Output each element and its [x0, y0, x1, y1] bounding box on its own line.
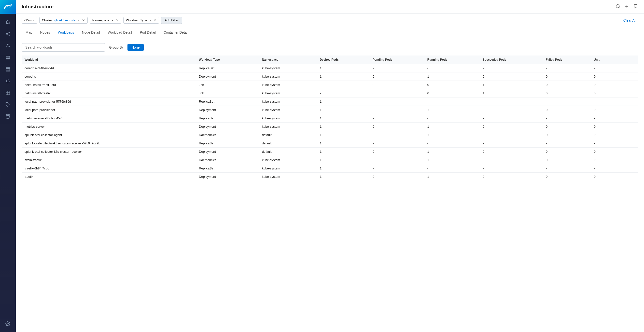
- col-header-namespace: Namespace: [259, 56, 317, 64]
- sidebar-item-alerts[interactable]: [2, 76, 13, 86]
- tab-map[interactable]: Map: [22, 27, 36, 38]
- cell-row2-col7: 0: [543, 81, 591, 89]
- cell-row4-col5: -: [424, 98, 480, 106]
- cell-row0-col8: -: [591, 64, 638, 72]
- table-row[interactable]: coredns-7448499f4dReplicaSetkube-system1…: [22, 64, 638, 72]
- workloads-table: Workload Workload Type Namespace Desired…: [22, 56, 638, 181]
- cell-row12-col6: -: [480, 164, 543, 173]
- search-icon[interactable]: [616, 4, 620, 10]
- cell-row4-col4: -: [370, 98, 424, 106]
- cell-row2-col8: 0: [591, 81, 638, 89]
- cell-row10-col3: 1: [317, 148, 370, 156]
- clear-all-button[interactable]: Clear All: [622, 18, 638, 23]
- table-row[interactable]: metrics-serverDeploymentkube-system10100…: [22, 122, 638, 131]
- cell-row11-col5: 1: [424, 156, 480, 164]
- cell-row6-col1: ReplicaSet: [196, 114, 259, 122]
- cell-row2-col0: helm-install-traefik-crd: [22, 81, 196, 89]
- tab-workloads[interactable]: Workloads: [54, 27, 78, 38]
- cell-row9-col2: default: [259, 139, 317, 148]
- table-row[interactable]: svclb-traefikDaemonSetkube-system101000: [22, 156, 638, 164]
- table-row[interactable]: local-path-provisionerDeploymentkube-sys…: [22, 106, 638, 114]
- cell-row10-col2: default: [259, 148, 317, 156]
- cell-row8-col6: 0: [480, 131, 543, 139]
- cell-row12-col7: -: [543, 164, 591, 173]
- time-filter[interactable]: -15m ▾: [22, 17, 37, 24]
- svg-point-25: [6, 114, 10, 116]
- table-row[interactable]: splunk-otel-collector-agentDaemonSetdefa…: [22, 131, 638, 139]
- cell-row3-col8: 0: [591, 89, 638, 98]
- sidebar-item-list[interactable]: [2, 52, 13, 63]
- cell-row0-col0: coredns-7448499f4d: [22, 64, 196, 72]
- bookmark-icon[interactable]: [633, 4, 638, 10]
- cell-row1-col7: 0: [543, 72, 591, 81]
- sidebar-item-storage[interactable]: [2, 111, 13, 122]
- table-row[interactable]: local-path-provisioner-5ff76fc89dReplica…: [22, 98, 638, 106]
- tab-workload-detail[interactable]: Workload Detail: [104, 27, 136, 38]
- cell-row2-col4: 0: [370, 81, 424, 89]
- table-row[interactable]: corednsDeploymentkube-system101000: [22, 72, 638, 81]
- cell-row1-col2: kube-system: [259, 72, 317, 81]
- cell-row6-col4: -: [370, 114, 424, 122]
- svg-point-7: [8, 46, 9, 47]
- cell-row9-col7: -: [543, 139, 591, 148]
- group-by-label: Group By: [109, 46, 124, 49]
- table-row[interactable]: helm-install-traefik-crdJobkube-system-0…: [22, 81, 638, 89]
- cluster-filter-close[interactable]: ✕: [82, 19, 85, 22]
- svg-rect-11: [6, 56, 10, 57]
- app-logo[interactable]: [0, 0, 16, 14]
- cell-row2-col5: 0: [424, 81, 480, 89]
- tab-nodes[interactable]: Nodes: [36, 27, 54, 38]
- table-row[interactable]: splunk-otel-collector-k8s-cluster-receiv…: [22, 148, 638, 156]
- sidebar-item-graph[interactable]: [2, 28, 13, 39]
- svg-point-2: [8, 34, 9, 35]
- cell-row13-col8: 0: [591, 173, 638, 181]
- cell-row6-col2: kube-system: [259, 114, 317, 122]
- group-by-button[interactable]: None: [128, 44, 144, 51]
- workload-type-filter-close[interactable]: ✕: [154, 19, 156, 22]
- cluster-filter[interactable]: Cluster: qlvv-k3s-cluster ▾ ✕: [39, 17, 88, 24]
- workload-type-filter[interactable]: Workload Type: ▾ ✕: [123, 17, 159, 24]
- tab-pod-detail[interactable]: Pod Detail: [136, 27, 160, 38]
- cell-row2-col3: -: [317, 81, 370, 89]
- search-input[interactable]: [22, 43, 105, 52]
- tab-node-detail[interactable]: Node Detail: [78, 27, 104, 38]
- time-chevron-icon: ▾: [33, 19, 35, 22]
- table-row[interactable]: traefikDeploymentkube-system101000: [22, 173, 638, 181]
- cell-row11-col3: 1: [317, 156, 370, 164]
- add-filter-button[interactable]: Add Filter: [161, 17, 182, 24]
- cell-row8-col5: 1: [424, 131, 480, 139]
- table-row[interactable]: traefik-6b84f7cbcReplicaSetkube-system1-…: [22, 164, 638, 173]
- sidebar-item-hierarchy[interactable]: [2, 40, 13, 51]
- cell-row11-col8: 0: [591, 156, 638, 164]
- sidebar-nav: [2, 14, 13, 315]
- col-header-type: Workload Type: [196, 56, 259, 64]
- cell-row5-col0: local-path-provisioner: [22, 106, 196, 114]
- sidebar-item-dashboard[interactable]: [2, 88, 13, 98]
- sidebar: [0, 0, 16, 332]
- cell-row4-col3: 1: [317, 98, 370, 106]
- cell-row11-col4: 0: [370, 156, 424, 164]
- cell-row8-col2: default: [259, 131, 317, 139]
- namespace-filter-close[interactable]: ✕: [116, 19, 119, 22]
- sidebar-item-tags[interactable]: [2, 99, 13, 110]
- svg-point-17: [9, 68, 9, 68]
- cell-row9-col4: -: [370, 139, 424, 148]
- svg-line-4: [7, 34, 9, 35]
- sidebar-item-servers[interactable]: [2, 64, 13, 75]
- svg-point-18: [9, 69, 9, 70]
- table-row[interactable]: splunk-otel-collector-k8s-cluster-receiv…: [22, 139, 638, 148]
- namespace-chevron-icon: ▾: [112, 19, 113, 22]
- tab-container-detail[interactable]: Container Detail: [160, 27, 192, 38]
- sidebar-item-settings[interactable]: [2, 318, 13, 329]
- cell-row10-col6: 0: [480, 148, 543, 156]
- table-row[interactable]: metrics-server-86cbb8457fReplicaSetkube-…: [22, 114, 638, 122]
- cell-row12-col2: kube-system: [259, 164, 317, 173]
- workload-type-label: Workload Type:: [126, 18, 148, 22]
- namespace-filter[interactable]: Namespace: ▾ ✕: [90, 17, 121, 24]
- cell-row4-col2: kube-system: [259, 98, 317, 106]
- cell-row11-col7: 0: [543, 156, 591, 164]
- sidebar-item-home[interactable]: [2, 17, 13, 28]
- add-icon[interactable]: [624, 4, 629, 10]
- cell-row5-col7: 0: [543, 106, 591, 114]
- table-row[interactable]: helm-install-traefikJobkube-system-00100: [22, 89, 638, 98]
